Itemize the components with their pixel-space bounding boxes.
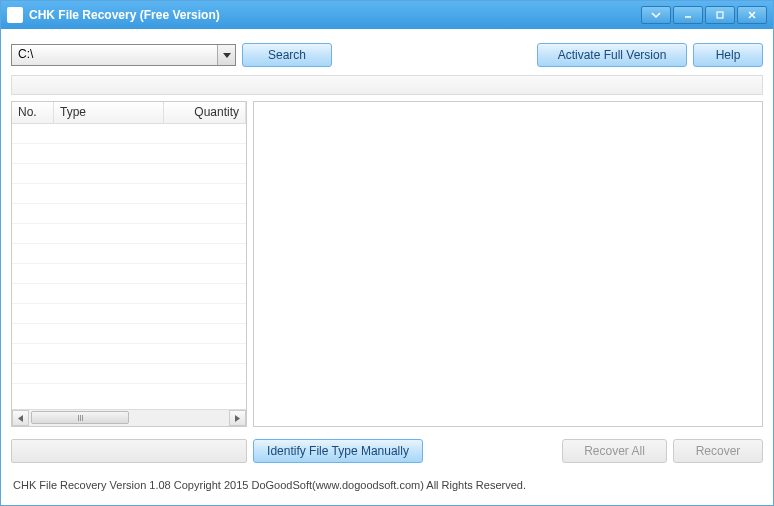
app-icon [7, 7, 23, 23]
help-button[interactable]: Help [693, 43, 763, 67]
drive-selected-value: C:\ [12, 45, 235, 63]
table-row [12, 184, 246, 204]
table-row [12, 304, 246, 324]
recover-button[interactable]: Recover [673, 439, 763, 463]
status-strip [11, 75, 763, 95]
table-row [12, 224, 246, 244]
window-title: CHK File Recovery (Free Version) [29, 8, 641, 22]
footer-text: CHK File Recovery Version 1.08 Copyright… [1, 469, 773, 505]
horizontal-scrollbar[interactable] [12, 409, 246, 426]
window-controls [641, 6, 767, 24]
table-row [12, 204, 246, 224]
dropdown-button[interactable] [641, 6, 671, 24]
svg-rect-1 [717, 12, 723, 18]
table-row [12, 324, 246, 344]
table-row [12, 244, 246, 264]
progress-bar [11, 439, 247, 463]
identify-file-type-button[interactable]: Identify File Type Manually [253, 439, 423, 463]
app-window: CHK File Recovery (Free Version) C:\ Sea… [0, 0, 774, 506]
search-button[interactable]: Search [242, 43, 332, 67]
table-row [12, 124, 246, 144]
results-table-panel: No. Type Quantity [11, 101, 247, 427]
chevron-down-icon [217, 45, 235, 65]
maximize-button[interactable] [705, 6, 735, 24]
activate-full-version-button[interactable]: Activate Full Version [537, 43, 687, 67]
table-row [12, 344, 246, 364]
scroll-right-icon[interactable] [229, 410, 246, 426]
preview-panel [253, 101, 763, 427]
table-header: No. Type Quantity [12, 102, 246, 124]
table-row [12, 144, 246, 164]
recover-all-button[interactable]: Recover All [562, 439, 667, 463]
column-no[interactable]: No. [12, 102, 54, 123]
column-type[interactable]: Type [54, 102, 164, 123]
main-area: No. Type Quantity [1, 101, 773, 433]
table-row [12, 164, 246, 184]
close-button[interactable] [737, 6, 767, 24]
table-row [12, 264, 246, 284]
bottom-bar: Identify File Type Manually Recover All … [1, 433, 773, 469]
scrollbar-thumb[interactable] [31, 411, 129, 424]
toolbar: C:\ Search Activate Full Version Help [1, 29, 773, 75]
table-row [12, 364, 246, 384]
scrollbar-track[interactable] [29, 410, 229, 426]
minimize-button[interactable] [673, 6, 703, 24]
titlebar: CHK File Recovery (Free Version) [1, 1, 773, 29]
drive-select[interactable]: C:\ [11, 44, 236, 66]
table-row [12, 284, 246, 304]
scroll-left-icon[interactable] [12, 410, 29, 426]
column-quantity[interactable]: Quantity [164, 102, 246, 123]
table-body [12, 124, 246, 409]
